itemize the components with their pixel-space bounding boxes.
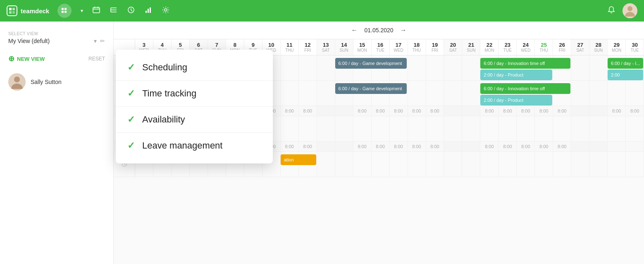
day-col-18: 18THU — [408, 39, 426, 55]
cell-8 — [281, 55, 299, 80]
nav-chevron-down-icon[interactable]: ▾ — [81, 8, 83, 14]
hour-cell-10: . — [317, 142, 335, 151]
event-orange-leave[interactable]: ation — [281, 154, 316, 165]
cell-21 — [517, 116, 535, 141]
svg-rect-2 — [9, 11, 12, 14]
cell-14 — [390, 152, 408, 177]
cell-10 — [317, 152, 335, 177]
reset-button[interactable]: RESET — [88, 56, 105, 62]
event-teal-26[interactable]: 2:00 — [608, 70, 643, 80]
main-layout: Select view My View (defult) ▾ ✏ ⊕ NEW V… — [0, 22, 644, 264]
prev-arrow-icon[interactable]: ← — [351, 26, 358, 34]
event-6:00-/-day---game-de[interactable]: 6:00 / day - Game development — [335, 58, 407, 69]
hour-cell-25: . — [589, 142, 608, 151]
app-logo[interactable]: teamdeck — [7, 5, 49, 16]
day-col-21: 21SUN — [462, 39, 480, 55]
view-chevron-icon[interactable]: ▾ — [94, 38, 97, 44]
day-col-25: 25THU — [535, 39, 553, 55]
event-teal2-19[interactable]: 2:00 / day - Product — [480, 95, 552, 106]
svg-rect-3 — [12, 11, 15, 14]
nav-home-icon[interactable] — [57, 4, 72, 18]
cell-22 — [535, 152, 553, 177]
hour-cell-15: 8:00 — [408, 106, 426, 116]
view-edit-icon[interactable]: ✏ — [100, 38, 105, 44]
hour-cell-23: 8:00 — [553, 106, 571, 116]
cell-12 — [353, 116, 372, 141]
hour-cell-14: 8:00 — [390, 142, 408, 151]
cell-17 — [444, 116, 462, 141]
cell-26 — [608, 116, 626, 141]
calendar-date: 01.05.2020 — [364, 27, 393, 34]
cell-9 — [299, 55, 317, 80]
dropdown-item-leave-management[interactable]: ✓ Leave management — [116, 133, 273, 158]
day-col-30: 30TUE — [626, 39, 644, 55]
cell-24 — [571, 116, 589, 141]
hour-cell-9: 8:00 — [299, 142, 317, 151]
dropdown-item-time-tracking[interactable]: ✓ Time tracking — [116, 81, 273, 106]
cell-25 — [589, 55, 608, 80]
svg-point-22 — [165, 9, 167, 11]
logo-icon — [7, 5, 17, 16]
hour-cell-16: 8:00 — [426, 142, 444, 151]
hour-cell-22: 8:00 — [535, 142, 553, 151]
hour-cell-23: 8:00 — [553, 142, 571, 151]
hour-cell-27: 8:00 — [626, 106, 644, 116]
notification-bell-icon[interactable] — [607, 5, 616, 17]
hour-cell-14: 8:00 — [390, 106, 408, 116]
event-teal-19[interactable]: 2:00 / day - Product — [480, 70, 552, 80]
hour-cell-24: . — [571, 106, 589, 116]
cell-19 — [480, 152, 499, 177]
nav-barchart-icon[interactable] — [144, 6, 153, 16]
top-navigation: teamdeck ▾ — [0, 0, 644, 22]
cell-27 — [626, 152, 644, 177]
cell-25 — [589, 152, 608, 177]
hour-cell-17: . — [444, 106, 462, 116]
hour-cell-26: 8:00 — [608, 106, 626, 116]
cell-15 — [408, 55, 426, 80]
nav-clock-icon[interactable] — [127, 6, 135, 16]
cell-26 — [608, 152, 626, 177]
dropdown-item-scheduling[interactable]: ✓ Scheduling — [116, 55, 273, 80]
nav-list-icon[interactable] — [110, 6, 118, 16]
day-col-24: 24WED — [517, 39, 535, 55]
event-6:00-/-day---innovat[interactable]: 6:00 / day - Innovation time off — [480, 58, 570, 69]
svg-rect-20 — [148, 9, 149, 13]
new-view-section: ⊕ NEW VIEW RESET — [0, 51, 113, 67]
next-arrow-icon[interactable]: → — [400, 26, 407, 34]
event-6:00-/-day---i...[interactable]: 6:00 / day - I... — [608, 58, 643, 69]
hour-cell-11: . — [335, 106, 353, 116]
cell-25 — [589, 81, 608, 106]
day-col-16: 16TUE — [372, 39, 390, 55]
cell-18 — [462, 81, 480, 106]
day-col-13: 13SAT — [317, 39, 335, 55]
current-view-name: My View (defult) — [8, 38, 91, 44]
cell-17 — [444, 81, 462, 106]
cell-9 — [299, 81, 317, 106]
day-col-20: 20SAT — [444, 39, 462, 55]
nav-icons: ▾ — [57, 4, 170, 18]
hour-cell-24: . — [571, 142, 589, 151]
cell-15 — [408, 152, 426, 177]
event-6:00-/-day---innovat[interactable]: 6:00 / day - Innovation time off — [480, 83, 570, 94]
dropdown-item-availability[interactable]: ✓ Availability — [116, 107, 273, 132]
cell-11 — [335, 152, 353, 177]
user-avatar[interactable] — [623, 3, 637, 18]
event-6:00-/-day---game-de[interactable]: 6:00 / day - Game development — [335, 83, 407, 94]
cell-22 — [535, 116, 553, 141]
new-view-button[interactable]: ⊕ NEW VIEW — [8, 54, 45, 63]
cell-23 — [553, 152, 571, 177]
svg-rect-21 — [150, 7, 151, 13]
hour-cell-13: 8:00 — [372, 142, 390, 151]
cell-14 — [390, 116, 408, 141]
check-icon: ✓ — [127, 140, 135, 151]
day-col-29: 29MON — [608, 39, 626, 55]
nav-settings-icon[interactable] — [162, 6, 170, 16]
hour-cell-8: 8:00 — [281, 142, 299, 151]
cell-9 — [299, 116, 317, 141]
svg-rect-8 — [93, 7, 100, 13]
nav-calendar-icon[interactable] — [92, 6, 100, 16]
hour-cell-19: 8:00 — [480, 142, 499, 151]
sidebar-user: Sally Sutton — [0, 67, 113, 97]
svg-rect-7 — [64, 11, 67, 13]
cell-17 — [444, 55, 462, 80]
